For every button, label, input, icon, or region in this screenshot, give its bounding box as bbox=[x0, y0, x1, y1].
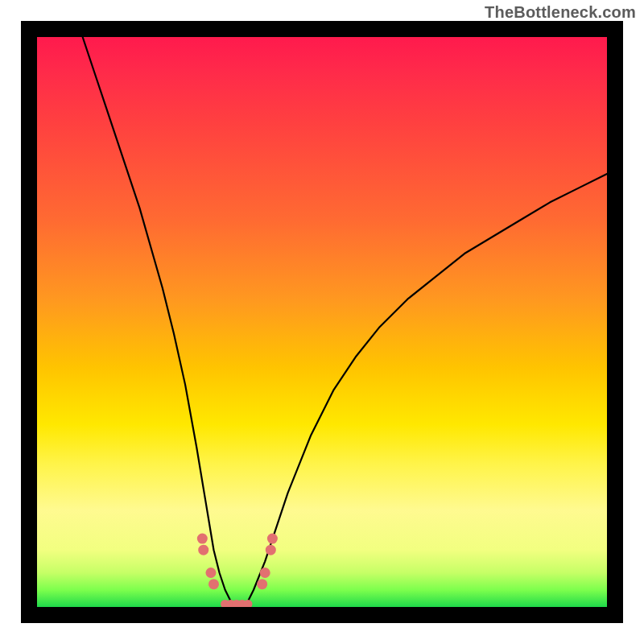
curve-bead bbox=[205, 568, 216, 578]
chart-beads-group bbox=[197, 534, 278, 607]
curve-bead bbox=[267, 534, 278, 544]
curve-bead bbox=[257, 579, 267, 589]
watermark-text: TheBottleneck.com bbox=[485, 3, 636, 22]
chart-canvas: TheBottleneck.com bbox=[0, 0, 644, 644]
curve-bead bbox=[260, 568, 270, 578]
curve-bead bbox=[208, 579, 219, 589]
curve-bead bbox=[266, 545, 276, 555]
chart-plot-area bbox=[37, 37, 607, 607]
chart-svg bbox=[37, 37, 607, 607]
curve-bead bbox=[197, 534, 208, 544]
curve-bead bbox=[198, 545, 208, 555]
bottleneck-curve-path bbox=[83, 37, 607, 607]
